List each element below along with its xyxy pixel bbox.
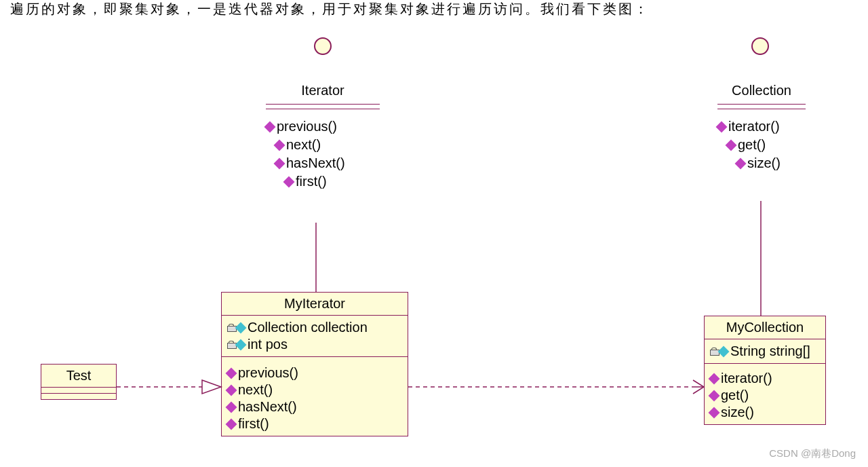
diamond-icon <box>264 121 276 132</box>
diamond-icon <box>709 373 720 384</box>
diamond-icon <box>735 157 747 169</box>
method-item: next() <box>227 382 402 398</box>
method-item: get() <box>710 388 820 403</box>
mycollection-class-box: MyCollection String string[] iterator() … <box>704 316 826 425</box>
method-item: iterator() <box>717 119 806 134</box>
method-item: next() <box>275 137 380 153</box>
diamond-icon <box>226 401 237 413</box>
iterator-title: Iterator <box>266 83 380 101</box>
collection-title: Collection <box>717 83 806 101</box>
myiterator-class-title: MyIterator <box>222 293 408 316</box>
iterator-interface-block: Iterator previous() next() hasNext() fir… <box>266 83 380 192</box>
diamond-cyan-icon <box>718 345 730 357</box>
diamond-icon <box>726 139 737 151</box>
myiterator-class-box: MyIterator Collection collection int pos… <box>221 292 408 436</box>
method-item: previous() <box>266 119 380 134</box>
test-class-box: Test <box>41 364 117 400</box>
method-item: hasNext() <box>227 399 402 415</box>
diamond-icon <box>274 139 285 151</box>
diamond-icon <box>716 121 728 132</box>
diamond-icon <box>709 390 720 401</box>
svg-marker-3 <box>202 380 221 394</box>
diamond-icon <box>274 157 285 169</box>
method-item: size() <box>710 405 820 420</box>
method-item: iterator() <box>710 371 820 386</box>
collection-interface-block: Collection iterator() get() size() <box>717 83 806 174</box>
diamond-icon <box>709 407 720 418</box>
diamond-cyan-icon <box>235 339 247 350</box>
attribute-item: Collection collection <box>227 320 402 335</box>
mycollection-class-title: MyCollection <box>705 316 825 339</box>
watermark-text: CSDN @南巷Dong <box>769 447 856 460</box>
collection-interface-circle <box>751 37 769 55</box>
diamond-icon <box>283 176 295 187</box>
method-item: get() <box>727 137 806 153</box>
test-class-title: Test <box>41 365 116 388</box>
method-item: first() <box>285 174 380 189</box>
method-item: size() <box>736 155 806 171</box>
attribute-item: String string[] <box>710 343 820 359</box>
iterator-interface-circle <box>314 37 332 55</box>
top-caption-text: 遍历的对象，即聚集对象，一是迭代器对象，用于对聚集对象进行遍历访问。我们看下类图… <box>10 0 650 18</box>
method-item: hasNext() <box>275 155 380 171</box>
diamond-icon <box>226 367 237 379</box>
diamond-icon <box>226 418 237 430</box>
method-item: first() <box>227 416 402 432</box>
diamond-cyan-icon <box>235 322 247 333</box>
diamond-icon <box>226 384 237 396</box>
attribute-item: int pos <box>227 337 402 352</box>
method-item: previous() <box>227 365 402 381</box>
